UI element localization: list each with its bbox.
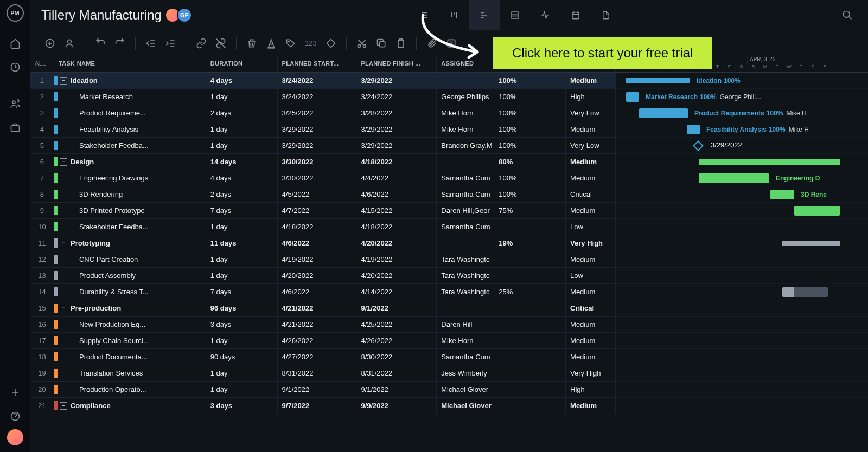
gantt-row[interactable]: 3D Renc xyxy=(616,186,868,203)
gantt-row[interactable]: Feasibility Analysis100%Mike H xyxy=(616,121,868,138)
undo-icon[interactable] xyxy=(92,35,109,52)
priority-cell[interactable]: Medium xyxy=(566,333,616,348)
task-row[interactable]: 93D Printed Prototype7 days4/7/20224/15/… xyxy=(30,203,616,219)
finish-cell[interactable]: 8/31/2022 xyxy=(356,365,437,381)
search-icon[interactable] xyxy=(838,5,857,25)
start-cell[interactable]: 3/25/2022 xyxy=(278,105,357,121)
gantt-row[interactable] xyxy=(616,300,868,317)
task-row[interactable]: 83D Rendering2 days4/5/20224/6/2022Saman… xyxy=(30,186,616,203)
task-name-cell[interactable]: Product Requireme... xyxy=(54,105,206,121)
start-cell[interactable]: 4/6/2022 xyxy=(278,235,357,251)
priority-cell[interactable]: Critical xyxy=(566,186,616,202)
collapse-icon[interactable]: − xyxy=(60,77,67,85)
percent-cell[interactable]: 100% xyxy=(494,73,566,88)
assigned-cell[interactable]: Samantha Cum xyxy=(437,170,494,186)
task-name-cell[interactable]: Product Assembly xyxy=(54,268,206,283)
assigned-cell[interactable]: Jess Wimberly xyxy=(437,365,494,381)
assigned-cell[interactable]: Daren Hill xyxy=(437,317,494,332)
col-name[interactable]: TASK NAME xyxy=(54,56,206,72)
gantt-row[interactable]: 3/29/2022 xyxy=(616,138,868,154)
duration-cell[interactable]: 4 days xyxy=(206,170,278,186)
percent-cell[interactable] xyxy=(494,382,566,397)
finish-cell[interactable]: 3/29/2022 xyxy=(356,73,437,88)
task-row[interactable]: 11−Prototyping11 days4/6/20224/20/202219… xyxy=(30,235,616,251)
home-icon[interactable] xyxy=(4,33,26,54)
recent-icon[interactable] xyxy=(4,56,26,78)
priority-cell[interactable]: Critical xyxy=(566,300,616,316)
percent-cell[interactable]: 100% xyxy=(494,186,566,202)
start-cell[interactable]: 8/31/2022 xyxy=(278,365,357,381)
start-cell[interactable]: 3/30/2022 xyxy=(278,170,357,186)
collapse-icon[interactable]: − xyxy=(60,158,67,166)
task-row[interactable]: 14Durability & Stress T...7 days4/6/2022… xyxy=(30,284,616,300)
gantt-row[interactable] xyxy=(616,251,868,268)
view-board-icon[interactable] xyxy=(439,0,469,30)
task-name-cell[interactable]: CNC Part Creation xyxy=(54,251,206,267)
gantt-row[interactable] xyxy=(616,154,868,170)
people-icon[interactable] xyxy=(4,93,26,115)
briefcase-icon[interactable] xyxy=(4,117,26,139)
start-cell[interactable]: 4/27/2022 xyxy=(278,349,357,365)
percent-cell[interactable] xyxy=(494,317,566,332)
task-row[interactable]: 15−Pre-production96 days4/21/20229/1/202… xyxy=(30,300,616,317)
priority-cell[interactable]: Very Low xyxy=(566,105,616,121)
gantt-row[interactable] xyxy=(616,382,868,398)
task-name-cell[interactable]: Product Documenta... xyxy=(54,349,206,365)
assigned-cell[interactable]: Tara Washingtc xyxy=(437,268,494,283)
duration-cell[interactable]: 3 days xyxy=(206,317,278,332)
assigned-cell[interactable]: Samantha Cum xyxy=(437,219,494,235)
task-row[interactable]: 13Product Assembly1 day4/20/20224/20/202… xyxy=(30,268,616,284)
start-cell[interactable]: 9/7/2022 xyxy=(278,398,357,414)
start-cell[interactable]: 4/21/2022 xyxy=(278,300,357,316)
outdent-icon[interactable] xyxy=(142,35,159,52)
start-cell[interactable]: 4/20/2022 xyxy=(278,268,357,283)
assigned-cell[interactable]: Brandon Gray,M xyxy=(437,138,494,153)
indent-icon[interactable] xyxy=(162,35,179,52)
priority-cell[interactable]: Low xyxy=(566,219,616,235)
assigned-cell[interactable]: Daren Hill,Geor xyxy=(437,203,494,218)
finish-cell[interactable]: 4/6/2022 xyxy=(356,186,437,202)
priority-cell[interactable]: Medium xyxy=(566,203,616,218)
unlink-icon[interactable] xyxy=(212,35,229,52)
cta-banner[interactable]: Click here to start your free trial xyxy=(493,37,712,69)
priority-cell[interactable]: Medium xyxy=(566,251,616,267)
duration-cell[interactable]: 1 day xyxy=(206,138,278,153)
view-sheet-icon[interactable] xyxy=(500,0,530,30)
assigned-cell[interactable]: Michael Glover xyxy=(437,382,494,397)
priority-cell[interactable]: Medium xyxy=(566,349,616,365)
assigned-cell[interactable]: Mike Horn xyxy=(437,333,494,348)
duration-cell[interactable]: 1 day xyxy=(206,121,278,137)
finish-cell[interactable]: 4/18/2022 xyxy=(356,219,437,235)
finish-cell[interactable]: 3/28/2022 xyxy=(356,105,437,121)
finish-cell[interactable]: 9/9/2022 xyxy=(356,398,437,414)
task-row[interactable]: 21−Compliance3 days9/7/20229/9/2022Micha… xyxy=(30,398,616,414)
duration-cell[interactable]: 1 day xyxy=(206,219,278,235)
priority-cell[interactable]: Very High xyxy=(566,235,616,251)
task-name-cell[interactable]: Stakeholder Feedba... xyxy=(54,219,206,235)
task-row[interactable]: 4Feasibility Analysis1 day3/29/20223/29/… xyxy=(30,121,616,138)
priority-cell[interactable]: Medium xyxy=(566,170,616,186)
gantt-row[interactable] xyxy=(616,268,868,284)
finish-cell[interactable]: 3/29/2022 xyxy=(356,138,437,153)
view-files-icon[interactable] xyxy=(591,0,621,30)
task-row[interactable]: 12CNC Part Creation1 day4/19/20224/19/20… xyxy=(30,251,616,268)
start-cell[interactable]: 4/26/2022 xyxy=(278,333,357,348)
col-all[interactable]: ALL xyxy=(30,56,54,72)
collapse-icon[interactable]: − xyxy=(60,402,67,410)
redo-icon[interactable] xyxy=(111,35,129,52)
start-cell[interactable]: 4/19/2022 xyxy=(278,251,357,267)
start-cell[interactable]: 4/5/2022 xyxy=(278,186,357,202)
duration-cell[interactable]: 7 days xyxy=(206,203,278,218)
percent-cell[interactable]: 25% xyxy=(494,284,566,300)
start-cell[interactable]: 3/29/2022 xyxy=(278,138,357,153)
priority-cell[interactable]: Low xyxy=(566,268,616,283)
task-row[interactable]: 3Product Requireme...2 days3/25/20223/28… xyxy=(30,105,616,121)
task-name-cell[interactable]: −Ideation xyxy=(54,73,206,88)
assigned-cell[interactable] xyxy=(437,73,494,88)
gantt-bar[interactable]: 3D Renc xyxy=(770,190,794,199)
gantt-row[interactable] xyxy=(616,365,868,382)
collapse-icon[interactable]: − xyxy=(60,240,67,247)
gantt-bar[interactable] xyxy=(782,241,840,246)
priority-cell[interactable]: Very High xyxy=(566,365,616,381)
gantt-bar[interactable] xyxy=(794,206,840,216)
